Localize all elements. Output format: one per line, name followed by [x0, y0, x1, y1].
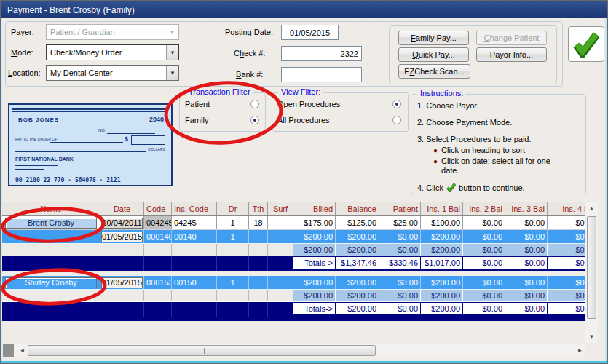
amount-cell[interactable]: $25.00: [379, 216, 421, 229]
date-button[interactable]: 01/05/2015: [101, 277, 143, 288]
chevron-down-icon[interactable]: ▼: [166, 45, 178, 60]
amount-cell[interactable]: $200.00: [421, 276, 463, 289]
empty-cell: [172, 290, 217, 301]
horizontal-scroll-thumb[interactable]: [28, 345, 376, 356]
mode-select[interactable]: Check/Money Order ▼: [46, 44, 179, 60]
grid-vertical-scrollbar[interactable]: ▲ ▼: [585, 202, 598, 343]
name-cell[interactable]: Shirley Crosby: [2, 276, 100, 289]
name-cell[interactable]: [2, 230, 100, 243]
empty-cell: [172, 256, 217, 271]
code-cell[interactable]: 000140: [144, 230, 172, 243]
column-header-name[interactable]: Name: [2, 202, 100, 215]
chevron-down-icon[interactable]: ▼: [166, 66, 178, 80]
scroll-left-icon[interactable]: ◄: [17, 344, 28, 357]
name-cell[interactable]: Brent Crosby: [2, 216, 100, 229]
grid-horizontal-scrollbar[interactable]: ◄ ►: [3, 344, 585, 357]
amount-cell[interactable]: $200.00: [336, 230, 379, 243]
column-header-ins-code[interactable]: Ins. Code: [172, 202, 217, 215]
patient-name-button[interactable]: Shirley Crosby: [5, 277, 97, 288]
amount-cell[interactable]: $0.00: [548, 230, 585, 243]
allocation-amount-cell: $200.00: [421, 244, 463, 256]
amount-cell[interactable]: $0.00: [505, 230, 548, 243]
empty-cell: [249, 256, 268, 271]
procedure-row: 01/05/2015000140001401$200.00$200.00$0.0…: [2, 230, 585, 244]
column-header-surf[interactable]: Surf: [268, 202, 293, 215]
dr-cell[interactable]: 1: [217, 216, 249, 229]
dr-cell[interactable]: 1: [217, 230, 249, 243]
amount-cell[interactable]: $100.00: [421, 216, 463, 229]
ins-code-cell[interactable]: 04245: [172, 216, 217, 229]
amount-cell[interactable]: $0.00: [505, 276, 548, 289]
amount-cell[interactable]: $0.00: [379, 276, 421, 289]
amount-cell[interactable]: $200.00: [421, 230, 463, 243]
scroll-down-icon[interactable]: ▼: [586, 331, 597, 343]
check-number-value: 2322: [341, 50, 358, 58]
column-header-patient[interactable]: Patient: [379, 202, 421, 215]
amount-cell[interactable]: $200.00: [293, 276, 336, 289]
column-header-ins-4-bal[interactable]: Ins. 4 Bal: [548, 202, 585, 215]
posting-date-value: 01/05/2015: [290, 28, 330, 37]
amount-cell[interactable]: $0.00: [379, 230, 421, 243]
check-no-label: NO.: [98, 128, 106, 132]
scroll-up-icon[interactable]: ▲: [586, 202, 597, 215]
amount-cell[interactable]: $0.00: [463, 216, 505, 229]
column-header-tth[interactable]: Tth: [249, 202, 268, 215]
date-cell[interactable]: 01/05/2015: [100, 230, 144, 243]
payer-select: Patient / Guardian ▼: [46, 24, 179, 40]
amount-cell[interactable]: $0.00: [548, 216, 585, 229]
posting-date-input[interactable]: 01/05/2015: [281, 25, 339, 40]
patient-name-button[interactable]: Brent Crosby: [5, 218, 97, 229]
location-value: My Dental Center: [50, 68, 166, 77]
empty-cell: [217, 290, 249, 301]
surf-cell[interactable]: [268, 230, 293, 243]
amount-cell[interactable]: $200.00: [336, 276, 379, 289]
code-cell[interactable]: 004245: [144, 216, 172, 229]
dr-cell[interactable]: 1: [217, 276, 249, 289]
open-procedures-radio[interactable]: [392, 100, 401, 108]
tth-cell[interactable]: [249, 230, 268, 243]
date-cell[interactable]: 10/04/2011: [100, 216, 144, 229]
amount-cell[interactable]: $125.00: [336, 216, 379, 229]
column-header-date[interactable]: Date: [100, 202, 144, 215]
column-header-ins-1-bal[interactable]: Ins. 1 Bal: [421, 202, 463, 215]
column-header-code[interactable]: Code: [144, 202, 172, 215]
column-header-billed[interactable]: Billed: [293, 202, 336, 215]
amount-cell[interactable]: $0.00: [505, 216, 548, 229]
code-cell[interactable]: 000153: [144, 276, 172, 289]
quick-pay-button[interactable]: Quick Pay...: [398, 47, 469, 62]
column-header-dr[interactable]: Dr: [217, 202, 249, 215]
ins-code-cell[interactable]: 00150: [172, 276, 217, 289]
all-procedures-radio[interactable]: [392, 116, 401, 124]
column-header-ins-3-bal[interactable]: Ins. 3 Bal: [505, 202, 548, 215]
amount-cell[interactable]: $0.00: [463, 276, 505, 289]
totals-amount-cell: $0.00: [463, 256, 505, 269]
continue-button[interactable]: [568, 26, 604, 62]
column-header-balance[interactable]: Balance: [336, 202, 379, 215]
amount-cell[interactable]: $175.00: [293, 216, 336, 229]
allocation-amount-cell: $200.00: [293, 244, 336, 256]
ins-code-cell[interactable]: 00140: [172, 230, 217, 243]
bank-number-input[interactable]: [281, 67, 362, 82]
patient-radio[interactable]: [250, 100, 259, 108]
amount-cell[interactable]: $200.00: [293, 230, 336, 243]
date-button[interactable]: 01/05/2015: [101, 232, 143, 242]
tth-cell[interactable]: [249, 276, 268, 289]
date-cell[interactable]: 01/05/2015: [100, 276, 144, 289]
tth-cell[interactable]: 18: [249, 216, 268, 229]
chevron-down-icon: ▼: [166, 25, 178, 39]
family-pay-button[interactable]: Family Pay...: [398, 31, 469, 45]
check-bank-name: FIRST NATIONAL BANK: [15, 157, 74, 162]
amount-cell[interactable]: $0.00: [548, 276, 585, 289]
surf-cell[interactable]: [268, 276, 293, 289]
payor-info-button[interactable]: Payor Info...: [476, 47, 547, 62]
ez-check-scan-button[interactable]: EZ Check Scan...: [398, 64, 470, 79]
amount-cell[interactable]: $0.00: [463, 230, 505, 243]
date-button[interactable]: 10/04/2011: [101, 218, 143, 229]
surf-cell[interactable]: [268, 216, 293, 229]
check-number-input[interactable]: 2322: [281, 46, 362, 61]
family-radio[interactable]: [250, 116, 259, 124]
location-select[interactable]: My Dental Center ▼: [46, 65, 179, 81]
column-header-ins-2-bal[interactable]: Ins. 2 Bal: [463, 202, 505, 215]
vertical-scroll-thumb[interactable]: [587, 216, 596, 319]
scroll-right-icon[interactable]: ►: [575, 344, 585, 357]
